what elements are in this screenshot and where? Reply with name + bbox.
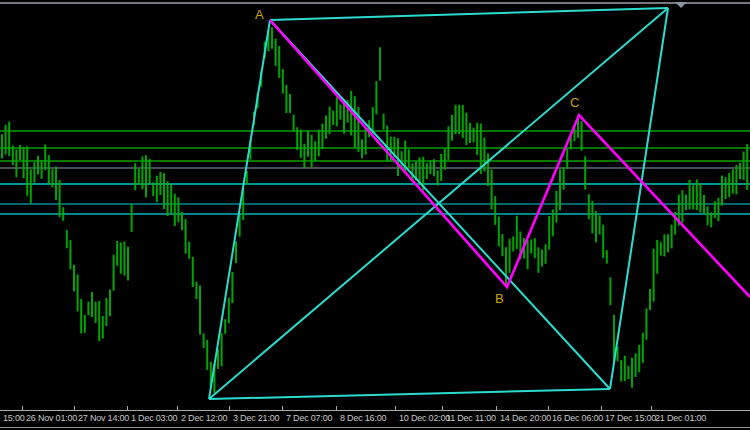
pattern-point-label-b: B	[495, 292, 504, 305]
time-axis-label: 11 Dec 11:00	[446, 413, 496, 424]
mt4-chart-window: A B C 15:0026 Nov 01:0027 Nov 14:001 Dec…	[0, 0, 750, 430]
time-axis-label: 14 Dec 20:00	[500, 413, 551, 424]
time-axis-tick	[651, 406, 652, 410]
time-axis-label: 27 Nov 14:00	[78, 413, 129, 424]
time-axis-label: 16 Dec 06:00	[552, 413, 603, 424]
gann-box-line[interactable]	[610, 8, 668, 389]
time-axis-tick	[442, 406, 443, 410]
time-axis-tick	[548, 406, 549, 410]
time-axis-label: 3 Dec 21:00	[233, 413, 279, 424]
chart-shift-marker-icon[interactable]	[675, 2, 687, 8]
time-axis-label: 10 Dec 02:00	[399, 413, 450, 424]
pattern-point-label-a: A	[255, 8, 264, 21]
time-axis-label: 7 Dec 07:00	[286, 413, 332, 424]
gann-box-line[interactable]	[209, 389, 610, 399]
time-axis-tick	[282, 406, 283, 410]
time-axis-tick	[395, 406, 396, 410]
window-bottom-border	[0, 427, 750, 428]
time-axis-label: 15:00	[3, 413, 25, 424]
gann-box-line[interactable]	[270, 8, 668, 20]
time-axis-tick	[22, 406, 23, 410]
time-axis-tick	[601, 406, 602, 410]
time-axis: 15:0026 Nov 01:0027 Nov 14:001 Dec 03:00…	[0, 411, 750, 427]
time-axis-label: 17 Dec 15:00	[605, 413, 656, 424]
time-axis-tick	[74, 406, 75, 410]
gann-box-line[interactable]	[209, 20, 270, 399]
time-axis-label: 8 Dec 16:00	[340, 413, 386, 424]
time-axis-label: 1 Dec 03:00	[131, 413, 177, 424]
pattern-point-label-c: C	[570, 96, 579, 109]
chart-plot-area[interactable]	[0, 0, 750, 430]
time-axis-tick	[496, 406, 497, 410]
time-axis-tick	[127, 406, 128, 410]
time-axis-label: 2 Dec 12:00	[181, 413, 227, 424]
time-axis-label: 26 Nov 01:00	[26, 413, 77, 424]
time-axis-tick	[177, 406, 178, 410]
time-axis-label: 21 Dec 01:00	[655, 413, 706, 424]
time-axis-tick	[229, 406, 230, 410]
time-axis-tick	[336, 406, 337, 410]
